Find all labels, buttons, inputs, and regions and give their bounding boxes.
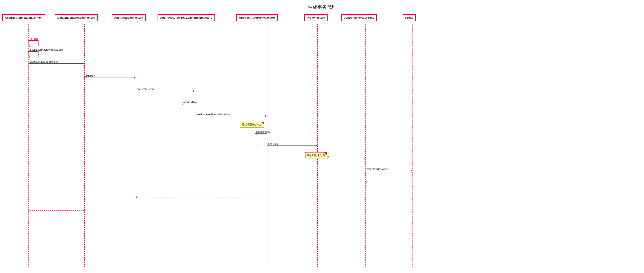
diagram-title: 生成事务代理 (0, 4, 644, 11)
svg-text:postProcessAfterInitialization: postProcessAfterInitialization (196, 113, 230, 116)
svg-marker-17 (265, 115, 267, 117)
lifeline-line-aac (28, 24, 29, 267)
svg-text:finishBeanFactoryInitializatio: finishBeanFactoryInitialization (30, 48, 64, 51)
svg-marker-26 (364, 158, 366, 160)
lifeline-box-proxy: Proxy (403, 14, 416, 21)
svg-marker-20 (255, 133, 257, 135)
lifeline-line-jdap (366, 24, 366, 267)
note-n1: 寻找合适Advisor (240, 122, 264, 128)
arrows-svg: refreshfinishBeanFactoryInitializationpr… (0, 0, 644, 273)
svg-marker-11 (193, 90, 195, 92)
svg-text:refresh: refresh (30, 37, 38, 40)
svg-marker-5 (82, 63, 84, 64)
svg-text:newProxyInstance: newProxyInstance (366, 168, 388, 171)
svg-text:createProxy: createProxy (256, 130, 270, 133)
lifeline-box-jdap: JdkDynamicAopProxy (341, 14, 377, 21)
lifeline-box-aacbf: AbstractAutowireCapableBeanFactory (158, 14, 215, 21)
svg-marker-23 (316, 145, 317, 147)
svg-marker-29 (411, 170, 412, 172)
lifeline-box-dlbf: DefaultListableBeanFactory (55, 14, 98, 21)
lifeline-box-abf: AbstractBeanFactory (112, 14, 146, 21)
svg-text:preInstantiateSingletons: preInstantiateSingletons (30, 60, 58, 63)
lifeline-line-dlbf (84, 24, 85, 267)
svg-text:getProxy: getProxy (268, 142, 278, 145)
svg-text:getBean: getBean (85, 75, 95, 78)
lifeline-box-aapc: AbstractAutoProxyCreator (236, 14, 278, 21)
svg-text:doCreateBean: doCreateBean (137, 88, 154, 91)
lifeline-line-abf (136, 24, 136, 267)
diagram-container: 生成事务代理 refreshfinishBeanFactoryInitializ… (0, 0, 644, 273)
lifeline-box-pf: ProxyFactory (304, 14, 328, 21)
lifeline-line-aapc (267, 24, 268, 267)
lifeline-line-aacbf (195, 24, 195, 267)
svg-marker-14 (182, 103, 183, 105)
lifeline-line-pf (317, 24, 318, 267)
lifeline-line-proxy (412, 24, 413, 267)
note-n2: 以jdk代理为例 (305, 152, 327, 158)
lifeline-box-aac: AbstractApplicationContext (2, 14, 45, 21)
svg-text:initializeBean: initializeBean (183, 101, 198, 104)
svg-marker-8 (134, 77, 136, 79)
